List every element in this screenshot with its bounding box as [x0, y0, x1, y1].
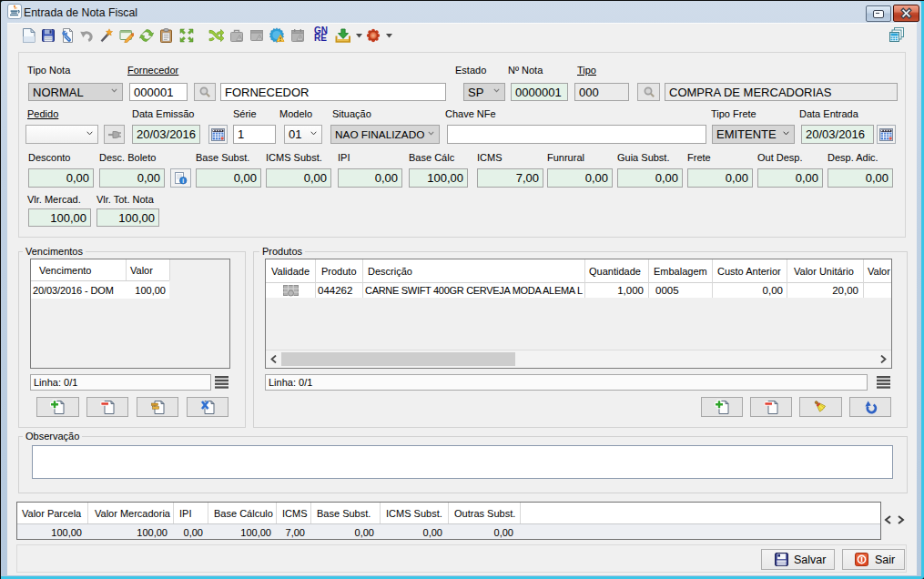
svg-text:i: i: [182, 178, 184, 184]
